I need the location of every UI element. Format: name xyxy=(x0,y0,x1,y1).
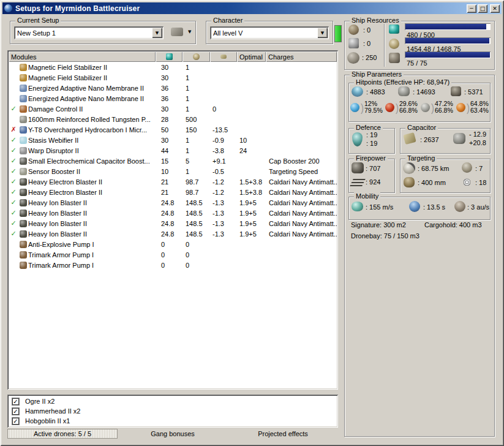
module-row[interactable]: Magnetic Field Stabilizer II 30 1 xyxy=(9,72,337,83)
armor-rig-module-icon xyxy=(20,262,27,269)
module-status-icon: ✓ xyxy=(9,219,18,227)
module-charges: Caldari Navy Antimatt... xyxy=(266,199,337,206)
module-row[interactable]: ✓ Heavy Ion Blaster II 24.8 148.5 -1.3 1… xyxy=(9,197,337,208)
module-row[interactable]: Energized Adaptive Nano Membrane II 36 1 xyxy=(9,83,337,93)
drone-checkbox[interactable]: ✓ xyxy=(12,398,19,405)
module-row[interactable]: Trimark Armor Pump I 0 0 xyxy=(9,260,337,270)
defence-value-2: : 19 xyxy=(366,140,377,147)
agility-icon xyxy=(409,201,420,212)
cpu-icon xyxy=(166,53,173,60)
character-select-arrow-icon[interactable]: ▼ xyxy=(317,28,328,38)
firepower-label: Firepower xyxy=(354,154,388,162)
modules-column-header[interactable]: Modules xyxy=(9,51,156,62)
module-cpu: 15 xyxy=(156,157,182,165)
module-charges: Caldari Navy Antimatt... xyxy=(266,230,337,238)
module-row[interactable]: ✓ Stasis Webifier II 30 1 -0.9 10 xyxy=(9,135,337,145)
eanm-module-icon xyxy=(20,95,27,102)
charges-column-header[interactable]: Charges xyxy=(266,51,337,62)
scan-resolution-value: : 400 mm xyxy=(418,179,446,186)
capacitor-column-header[interactable] xyxy=(210,51,237,62)
close-button[interactable]: ✕ xyxy=(490,4,500,13)
defence-value-1: : 19 xyxy=(366,131,377,138)
module-row[interactable]: ✓ Heavy Electron Blaster II 21 98.7 -1.2… xyxy=(9,176,337,187)
module-charges: Cap Booster 200 xyxy=(266,157,337,165)
module-row[interactable]: ✓ Heavy Ion Blaster II 24.8 148.5 -1.3 1… xyxy=(9,208,337,218)
explosive-armor-resist: 63.4% xyxy=(470,107,489,114)
capacitor-recharge-icon xyxy=(453,133,465,144)
capacitor-group-label: Capacitor xyxy=(405,124,438,131)
module-name: Heavy Ion Blaster II xyxy=(28,199,156,206)
module-powergrid: 98.7 xyxy=(182,189,210,196)
module-name: Heavy Ion Blaster II xyxy=(28,230,156,238)
drone-item[interactable]: ✓ Hammerhead II x2 xyxy=(9,406,337,416)
module-row[interactable]: Anti-Explosive Pump I 0 0 xyxy=(9,239,337,249)
cpu-column-header[interactable] xyxy=(156,51,182,62)
module-row[interactable]: ✗ Y-T8 Overcharged Hydrocarbon I Micr...… xyxy=(9,124,337,135)
module-row[interactable]: ✓ Heavy Electron Blaster II 21 98.7 -1.2… xyxy=(9,187,337,197)
bottom-tab[interactable]: Gang bonuses xyxy=(118,429,228,439)
module-status-icon: ✓ xyxy=(9,188,18,196)
blaster-module-icon xyxy=(20,230,27,238)
resources-divider xyxy=(384,24,385,67)
minimize-button[interactable]: ─ xyxy=(467,4,476,13)
ship-resources-group: Ship Resources : 0 : 0 : 250 480 / 500 1… xyxy=(344,21,495,70)
tools-icon[interactable] xyxy=(171,28,183,36)
ship-parameters-label: Ship Parameters xyxy=(350,70,404,78)
module-row[interactable]: ✓ Sensor Booster II 10 1 -0.5 Targeting … xyxy=(9,166,337,176)
module-cpu: 0 xyxy=(156,262,182,269)
setup-select[interactable]: New Setup 1 ▼ xyxy=(14,26,164,39)
module-row[interactable]: ✓ Heavy Ion Blaster II 24.8 148.5 -1.3 1… xyxy=(9,229,337,239)
hull-hp-value: : 5371 xyxy=(464,88,483,96)
tools-menu-arrow-icon[interactable]: ▼ xyxy=(188,29,191,34)
turret-hardpoints-icon xyxy=(348,25,359,35)
module-cpu: 10 xyxy=(156,168,182,175)
module-cpu: 30 xyxy=(156,105,182,113)
blaster-module-icon xyxy=(20,178,27,186)
module-row[interactable]: ✓ Warp Disruptor II 44 1 -3.8 24 xyxy=(9,145,337,156)
capacitor-drain: - 12.9 xyxy=(469,130,486,138)
drone-checkbox[interactable]: ✓ xyxy=(12,418,19,425)
bottom-tab[interactable]: Projected effects xyxy=(228,429,338,439)
module-optimal: 1.9+5 xyxy=(237,199,266,206)
cpu-bar xyxy=(405,23,491,30)
setup-select-value: New Setup 1 xyxy=(14,29,151,37)
drone-item[interactable]: ✓ Ogre II x2 xyxy=(9,396,337,406)
max-targets-value: : 7 xyxy=(475,165,483,172)
module-status-icon: ✓ xyxy=(9,136,18,144)
module-cap-use: -1.3 xyxy=(210,210,237,217)
drone-label: Hobgoblin II x1 xyxy=(25,417,70,425)
drone-item[interactable]: ✓ Hobgoblin II x1 xyxy=(9,416,337,426)
setup-select-arrow-icon[interactable]: ▼ xyxy=(152,28,162,38)
character-select[interactable]: All level V ▼ xyxy=(210,26,329,39)
title-bar[interactable]: Setups for Myrmidon Battlecruiser ─ □ ✕ xyxy=(2,2,502,14)
module-row[interactable]: ✓ Damage Control II 30 1 0 xyxy=(9,104,337,114)
module-row[interactable]: 1600mm Reinforced Rolled Tungsten P... 2… xyxy=(9,114,337,124)
skills-status-indicator xyxy=(335,26,341,42)
shield-hp-icon xyxy=(352,86,363,97)
module-row[interactable]: Energized Adaptive Nano Membrane II 36 1 xyxy=(9,93,337,104)
module-row[interactable]: ✓ Heavy Ion Blaster II 24.8 148.5 -1.3 1… xyxy=(9,218,337,229)
defence-shield-icon xyxy=(352,132,363,146)
module-charges: Caldari Navy Antimatt... xyxy=(266,189,337,196)
module-row[interactable]: Trimark Armor Pump I 0 0 xyxy=(9,249,337,260)
drone-label: Hammerhead II x2 xyxy=(25,407,80,415)
module-powergrid: 148.5 xyxy=(182,220,210,227)
current-setup-group: Current Setup New Setup 1 ▼ ▼ xyxy=(10,21,196,44)
module-row[interactable]: ✓ Small Electrochemical Capacitor Boost.… xyxy=(9,156,337,166)
cargohold-value: Cargohold: 400 m3 xyxy=(424,221,482,229)
powergrid-column-header[interactable] xyxy=(182,51,210,62)
optimal-column-header[interactable]: Optimal xyxy=(237,51,266,62)
bottom-tab[interactable]: Active drones: 5 / 5 xyxy=(7,429,118,439)
mwd-module-icon xyxy=(20,126,27,134)
module-row[interactable]: Magnetic Field Stabilizer II 30 1 xyxy=(9,62,337,72)
disruptor-module-icon xyxy=(20,147,27,154)
module-optimal: 10 xyxy=(237,137,266,144)
module-cpu: 0 xyxy=(156,241,182,248)
sensor-booster-module-icon xyxy=(20,168,27,175)
dronebay-value: Dronebay: 75 / 150 m3 xyxy=(351,232,419,240)
firepower-group: Firepower : 707 : 924 xyxy=(348,159,395,193)
maximize-button[interactable]: □ xyxy=(478,4,487,13)
module-name: Heavy Electron Blaster II xyxy=(28,189,156,196)
drone-checkbox[interactable]: ✓ xyxy=(12,408,19,415)
module-charges: Caldari Navy Antimatt... xyxy=(266,178,337,186)
